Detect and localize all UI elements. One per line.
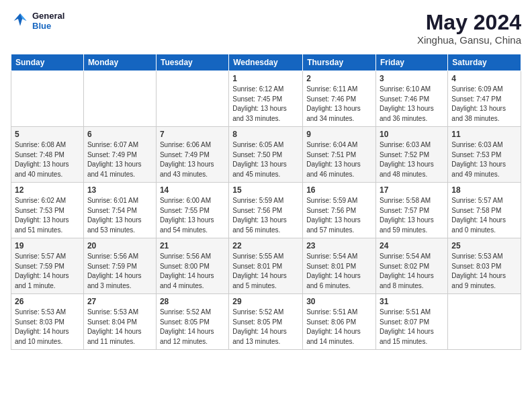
day-number: 12: [15, 185, 80, 195]
day-number: 20: [87, 241, 152, 250]
calendar-cell: 31Sunrise: 5:51 AM Sunset: 8:07 PM Dayli…: [376, 294, 448, 350]
day-info: Sunrise: 5:52 AM Sunset: 8:05 PM Dayligh…: [232, 308, 299, 347]
day-info: Sunrise: 5:55 AM Sunset: 8:01 PM Dayligh…: [232, 252, 299, 291]
day-info: Sunrise: 6:12 AM Sunset: 7:45 PM Dayligh…: [232, 85, 299, 124]
day-number: 8: [232, 130, 299, 139]
calendar-cell: 18Sunrise: 5:57 AM Sunset: 7:58 PM Dayli…: [448, 183, 521, 238]
day-number: 9: [306, 130, 372, 139]
day-info: Sunrise: 5:53 AM Sunset: 8:04 PM Dayligh…: [87, 308, 152, 347]
day-info: Sunrise: 5:56 AM Sunset: 8:00 PM Dayligh…: [160, 252, 225, 291]
day-number: 7: [160, 130, 225, 139]
day-info: Sunrise: 5:54 AM Sunset: 8:01 PM Dayligh…: [306, 252, 372, 291]
day-info: Sunrise: 6:03 AM Sunset: 7:52 PM Dayligh…: [380, 140, 444, 179]
day-info: Sunrise: 6:11 AM Sunset: 7:46 PM Dayligh…: [306, 85, 372, 124]
day-info: Sunrise: 6:01 AM Sunset: 7:54 PM Dayligh…: [87, 196, 152, 235]
day-info: Sunrise: 5:52 AM Sunset: 8:05 PM Dayligh…: [160, 308, 225, 347]
calendar-subtitle: Xinghua, Gansu, China: [417, 34, 521, 46]
day-number: 25: [451, 241, 517, 250]
day-number: 5: [15, 130, 80, 139]
calendar-cell: 14Sunrise: 6:00 AM Sunset: 7:55 PM Dayli…: [156, 183, 228, 238]
day-number: 4: [451, 74, 517, 83]
day-header-thursday: Thursday: [303, 54, 376, 71]
logo: General Blue: [11, 11, 64, 31]
calendar-cell: 28Sunrise: 5:52 AM Sunset: 8:05 PM Dayli…: [156, 294, 228, 350]
day-number: 2: [306, 74, 372, 83]
day-number: 27: [87, 297, 152, 306]
day-info: Sunrise: 5:56 AM Sunset: 7:59 PM Dayligh…: [87, 252, 152, 291]
calendar-cell: 15Sunrise: 5:59 AM Sunset: 7:56 PM Dayli…: [229, 183, 303, 238]
logo-bird-icon: [11, 11, 30, 30]
calendar-cell: 9Sunrise: 6:04 AM Sunset: 7:51 PM Daylig…: [303, 127, 376, 183]
calendar-week-row: 5Sunrise: 6:08 AM Sunset: 7:48 PM Daylig…: [11, 127, 521, 183]
calendar-cell: 27Sunrise: 5:53 AM Sunset: 8:04 PM Dayli…: [83, 294, 156, 350]
calendar-cell: 16Sunrise: 5:59 AM Sunset: 7:56 PM Dayli…: [303, 183, 376, 238]
calendar-cell: 5Sunrise: 6:08 AM Sunset: 7:48 PM Daylig…: [11, 127, 84, 183]
day-info: Sunrise: 5:53 AM Sunset: 8:03 PM Dayligh…: [451, 252, 517, 291]
day-info: Sunrise: 6:10 AM Sunset: 7:46 PM Dayligh…: [380, 85, 444, 124]
day-info: Sunrise: 6:03 AM Sunset: 7:53 PM Dayligh…: [451, 140, 517, 179]
day-info: Sunrise: 5:54 AM Sunset: 8:02 PM Dayligh…: [380, 252, 444, 291]
calendar-title: May 2024: [417, 11, 521, 34]
day-number: 22: [232, 241, 299, 250]
calendar-cell: [448, 294, 521, 350]
calendar-cell: 1Sunrise: 6:12 AM Sunset: 7:45 PM Daylig…: [229, 71, 303, 127]
calendar-week-row: 12Sunrise: 6:02 AM Sunset: 7:53 PM Dayli…: [11, 183, 521, 238]
day-number: 17: [380, 185, 444, 195]
logo-blue: Blue: [32, 21, 64, 31]
calendar-cell: 29Sunrise: 5:52 AM Sunset: 8:05 PM Dayli…: [229, 294, 303, 350]
day-header-sunday: Sunday: [11, 54, 84, 71]
calendar-cell: 7Sunrise: 6:06 AM Sunset: 7:49 PM Daylig…: [156, 127, 228, 183]
calendar-cell: 8Sunrise: 6:05 AM Sunset: 7:50 PM Daylig…: [229, 127, 303, 183]
day-header-tuesday: Tuesday: [156, 54, 228, 71]
calendar-cell: 26Sunrise: 5:53 AM Sunset: 8:03 PM Dayli…: [11, 294, 84, 350]
day-number: 11: [451, 130, 517, 139]
day-header-monday: Monday: [83, 54, 156, 71]
day-info: Sunrise: 6:09 AM Sunset: 7:47 PM Dayligh…: [451, 85, 517, 124]
calendar-cell: 20Sunrise: 5:56 AM Sunset: 7:59 PM Dayli…: [83, 238, 156, 294]
calendar-cell: 3Sunrise: 6:10 AM Sunset: 7:46 PM Daylig…: [376, 71, 448, 127]
calendar-cell: 19Sunrise: 5:57 AM Sunset: 7:59 PM Dayli…: [11, 238, 84, 294]
day-number: 31: [380, 297, 444, 306]
day-info: Sunrise: 6:04 AM Sunset: 7:51 PM Dayligh…: [306, 140, 372, 179]
day-number: 26: [15, 297, 80, 306]
day-header-friday: Friday: [376, 54, 448, 71]
day-number: 23: [306, 241, 372, 250]
day-number: 30: [306, 297, 372, 306]
day-header-wednesday: Wednesday: [229, 54, 303, 71]
day-info: Sunrise: 6:05 AM Sunset: 7:50 PM Dayligh…: [232, 140, 299, 179]
day-number: 28: [160, 297, 225, 306]
calendar-week-row: 26Sunrise: 5:53 AM Sunset: 8:03 PM Dayli…: [11, 294, 521, 350]
day-number: 14: [160, 185, 225, 195]
day-number: 24: [380, 241, 444, 250]
day-number: 6: [87, 130, 152, 139]
calendar-cell: [11, 71, 84, 127]
calendar-header-row: SundayMondayTuesdayWednesdayThursdayFrid…: [11, 54, 521, 71]
day-info: Sunrise: 5:57 AM Sunset: 7:59 PM Dayligh…: [15, 252, 80, 291]
calendar-cell: 23Sunrise: 5:54 AM Sunset: 8:01 PM Dayli…: [303, 238, 376, 294]
calendar-week-row: 1Sunrise: 6:12 AM Sunset: 7:45 PM Daylig…: [11, 71, 521, 127]
day-info: Sunrise: 5:59 AM Sunset: 7:56 PM Dayligh…: [232, 196, 299, 235]
calendar-cell: 13Sunrise: 6:01 AM Sunset: 7:54 PM Dayli…: [83, 183, 156, 238]
day-number: 19: [15, 241, 80, 250]
calendar-cell: 12Sunrise: 6:02 AM Sunset: 7:53 PM Dayli…: [11, 183, 84, 238]
calendar-cell: 25Sunrise: 5:53 AM Sunset: 8:03 PM Dayli…: [448, 238, 521, 294]
calendar-cell: 10Sunrise: 6:03 AM Sunset: 7:52 PM Dayli…: [376, 127, 448, 183]
day-number: 21: [160, 241, 225, 250]
day-info: Sunrise: 5:58 AM Sunset: 7:57 PM Dayligh…: [380, 196, 444, 235]
calendar-cell: 22Sunrise: 5:55 AM Sunset: 8:01 PM Dayli…: [229, 238, 303, 294]
day-header-saturday: Saturday: [448, 54, 521, 71]
calendar-table: SundayMondayTuesdayWednesdayThursdayFrid…: [11, 54, 521, 350]
day-info: Sunrise: 5:57 AM Sunset: 7:58 PM Dayligh…: [451, 196, 517, 235]
title-block: May 2024 Xinghua, Gansu, China: [417, 11, 521, 46]
calendar-cell: 24Sunrise: 5:54 AM Sunset: 8:02 PM Dayli…: [376, 238, 448, 294]
day-info: Sunrise: 6:02 AM Sunset: 7:53 PM Dayligh…: [15, 196, 80, 235]
calendar-cell: [156, 71, 228, 127]
logo-general: General: [32, 11, 64, 21]
day-info: Sunrise: 5:51 AM Sunset: 8:06 PM Dayligh…: [306, 308, 372, 347]
day-number: 29: [232, 297, 299, 306]
day-info: Sunrise: 6:08 AM Sunset: 7:48 PM Dayligh…: [15, 140, 80, 179]
day-info: Sunrise: 5:51 AM Sunset: 8:07 PM Dayligh…: [380, 308, 444, 347]
calendar-cell: 4Sunrise: 6:09 AM Sunset: 7:47 PM Daylig…: [448, 71, 521, 127]
day-number: 10: [380, 130, 444, 139]
calendar-cell: 6Sunrise: 6:07 AM Sunset: 7:49 PM Daylig…: [83, 127, 156, 183]
